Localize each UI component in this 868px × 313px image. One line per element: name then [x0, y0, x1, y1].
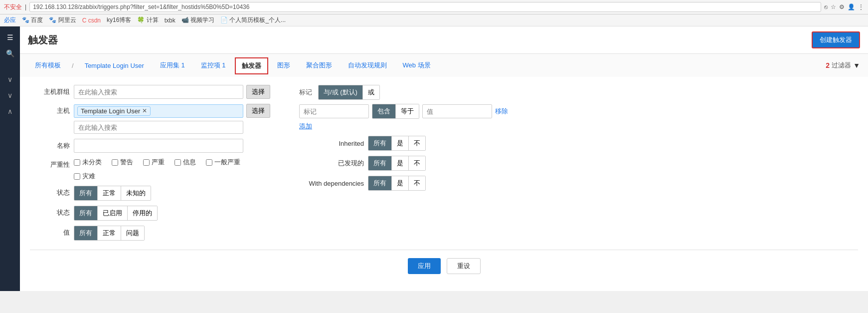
discovered-all-button[interactable]: 所有: [368, 156, 392, 170]
apply-button[interactable]: 应用: [408, 258, 441, 274]
status-enabled-button[interactable]: 已启用: [98, 206, 128, 220]
name-label: 名称: [30, 139, 70, 150]
status-disabled-button[interactable]: 停用的: [128, 206, 157, 220]
severity-unclassified[interactable]: 未分类: [74, 158, 102, 167]
insecure-label: 不安全: [4, 3, 22, 11]
host-token-remove[interactable]: ✕: [142, 107, 147, 114]
host-group-input[interactable]: [74, 85, 243, 99]
bookmark-calc[interactable]: 🍀 计算: [137, 16, 158, 24]
filter-funnel-icon[interactable]: ▼: [853, 61, 860, 69]
tab-web[interactable]: Web 场景: [396, 57, 438, 74]
severity-warning-label: 警告: [120, 158, 133, 167]
status-all-button[interactable]: 所有: [74, 206, 98, 220]
bookmark-biyng[interactable]: 必应: [4, 16, 16, 24]
separator: |: [25, 3, 26, 10]
severity-disaster[interactable]: 灾难: [74, 172, 95, 181]
host-group-select-button[interactable]: 选择: [246, 85, 270, 99]
name-row: 名称: [30, 139, 279, 153]
dependencies-button-group: 所有 是 不: [368, 176, 426, 191]
tag-remove-link[interactable]: 移除: [495, 107, 508, 116]
tab-applications[interactable]: 应用集 1: [153, 57, 192, 74]
severity-average[interactable]: 一般严重: [206, 158, 240, 167]
status-button-group: 所有 已启用 停用的: [74, 206, 158, 221]
breadcrumb-all-templates[interactable]: 所有模板: [28, 57, 68, 74]
inherited-button-group: 所有 是 不: [368, 136, 426, 151]
host-search-input[interactable]: [74, 121, 243, 134]
severity-disaster-checkbox[interactable]: [74, 173, 80, 180]
main-content: 触发器 创建触发器 所有模板 / Template Login User 应用集…: [20, 26, 868, 291]
tag-name-input[interactable]: [299, 104, 369, 118]
bookmark-icon[interactable]: ☆: [831, 3, 836, 10]
tag-filter-row: 包含 等于 移除: [299, 104, 858, 119]
discovered-yes-button[interactable]: 是: [392, 156, 409, 170]
value-normal-button[interactable]: 正常: [98, 226, 121, 240]
value-all-button[interactable]: 所有: [74, 226, 98, 240]
bookmark-csdn[interactable]: C csdn: [82, 17, 101, 24]
tag-op-or-button[interactable]: 或: [363, 85, 379, 99]
tab-discovery[interactable]: 自动发现规则: [341, 57, 394, 74]
severity-critical[interactable]: 严重: [143, 158, 165, 167]
sidebar-menu-icon[interactable]: ☰: [2, 30, 18, 44]
filter-left: 主机群组 选择 主机 Temp: [30, 85, 279, 246]
severity-info[interactable]: 信息: [174, 158, 196, 167]
discovered-no-button[interactable]: 不: [409, 156, 425, 170]
severity-controls: 未分类 警告 严重 信: [74, 158, 248, 181]
bookmark-txbk[interactable]: txbk: [165, 17, 175, 24]
bookmark-ky16[interactable]: ky16博客: [107, 16, 131, 24]
severity-info-checkbox[interactable]: [174, 159, 181, 166]
profile-icon[interactable]: 👤: [848, 3, 855, 10]
sidebar-collapse-1[interactable]: ∨: [2, 72, 18, 86]
state-all-button[interactable]: 所有: [74, 186, 98, 200]
sidebar-expand-1[interactable]: ∧: [2, 104, 18, 118]
inherited-no-button[interactable]: 不: [409, 136, 425, 150]
severity-warning-checkbox[interactable]: [112, 159, 118, 166]
inherited-yes-button[interactable]: 是: [392, 136, 409, 150]
bookmark-video[interactable]: 📹 视频学习: [181, 16, 214, 24]
sidebar-collapse-2[interactable]: ∨: [2, 88, 18, 102]
tag-contain-button[interactable]: 包含: [372, 104, 396, 118]
result-count: 2: [826, 61, 830, 69]
bookmark-baidu[interactable]: 🐾 百度: [22, 16, 43, 24]
severity-warning[interactable]: 警告: [112, 158, 133, 167]
page-header: 触发器 创建触发器: [20, 26, 868, 54]
state-normal-button[interactable]: 正常: [98, 186, 121, 200]
extension-icon[interactable]: ⚙: [839, 3, 845, 10]
tag-section: 标记 与/或 (默认) 或 包含 等于: [299, 85, 858, 131]
tag-add-link[interactable]: 添加: [299, 122, 312, 130]
state-unknown-button[interactable]: 未知的: [121, 186, 151, 200]
host-select-button[interactable]: 选择: [246, 104, 270, 118]
tag-condition-group: 包含 等于: [372, 104, 419, 119]
tab-screens[interactable]: 聚合图形: [299, 57, 339, 74]
tag-op-and-button[interactable]: 与/或 (默认): [319, 85, 363, 99]
bookmark-resume[interactable]: 📄 个人简历模板_个人...: [220, 16, 286, 24]
browser-bar: 不安全 | 192.168.130.128/zabbix/triggers.ph…: [0, 0, 868, 14]
name-input[interactable]: [74, 139, 243, 153]
host-group-label: 主机群组: [30, 85, 70, 96]
severity-average-label: 一般严重: [214, 158, 240, 167]
sidebar-search-icon[interactable]: 🔍: [2, 46, 18, 60]
tab-graphs[interactable]: 图形: [270, 57, 297, 74]
reset-button[interactable]: 重设: [447, 258, 481, 274]
dependencies-all-button[interactable]: 所有: [368, 176, 392, 190]
tag-value-input[interactable]: [422, 104, 492, 118]
state-button-group: 所有 正常 未知的: [74, 186, 151, 201]
tab-triggers[interactable]: 触发器: [235, 57, 268, 74]
tag-equal-button[interactable]: 等于: [396, 104, 419, 118]
menu-icon[interactable]: ⋮: [858, 3, 864, 10]
breadcrumb-template-name[interactable]: Template Login User: [78, 58, 151, 73]
create-trigger-button[interactable]: 创建触发器: [812, 31, 860, 48]
dependencies-yes-button[interactable]: 是: [392, 176, 409, 190]
inherited-all-button[interactable]: 所有: [368, 136, 392, 150]
severity-disaster-label: 灾难: [82, 172, 95, 181]
severity-unclassified-checkbox[interactable]: [74, 159, 80, 166]
url-bar[interactable]: 192.168.130.128/zabbix/triggers.php?filt…: [29, 2, 821, 12]
value-problem-button[interactable]: 问题: [121, 226, 144, 240]
severity-average-checkbox[interactable]: [206, 159, 212, 166]
tab-items[interactable]: 监控项 1: [194, 57, 233, 74]
bookmark-aliyun[interactable]: 🐾 阿里云: [49, 16, 76, 24]
dependencies-no-button[interactable]: 不: [409, 176, 425, 190]
severity-unclassified-label: 未分类: [82, 158, 102, 167]
host-token: Template Login User ✕: [77, 106, 151, 116]
severity-critical-checkbox[interactable]: [143, 159, 150, 166]
share-icon[interactable]: ⎋: [824, 3, 828, 10]
